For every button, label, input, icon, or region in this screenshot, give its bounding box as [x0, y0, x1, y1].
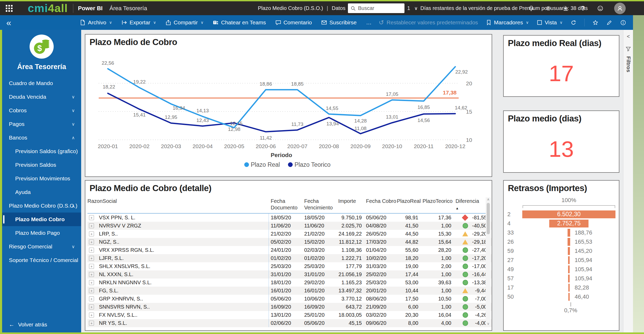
- view-button[interactable]: Vista ∨: [537, 19, 563, 26]
- funnel-filter-icon[interactable]: [626, 46, 631, 52]
- table-row[interactable]: +SHLX XNSLVRS, S.L.25/03/2025/03/20177,7…: [87, 262, 492, 270]
- column-header-2[interactable]: Fecha Documento: [271, 197, 304, 211]
- funnel-row[interactable]: 49105,94: [507, 265, 615, 274]
- app-launcher-icon[interactable]: [6, 5, 13, 12]
- funnel-bar[interactable]: [568, 293, 570, 301]
- table-row[interactable]: +FG, S.L.16/01/2016/01/2013.497,3220/01/…: [87, 287, 492, 295]
- user-avatar[interactable]: [614, 3, 626, 14]
- expand-row-icon[interactable]: +: [89, 304, 94, 309]
- feedback-smiley-icon[interactable]: [597, 5, 604, 12]
- reset-defaults-button[interactable]: ↺ Restablecer valores predeterminados: [379, 19, 478, 26]
- toolbar-item-compartir[interactable]: Compartir∨: [165, 19, 203, 26]
- column-header-8[interactable]: Diferencia▲: [456, 197, 488, 211]
- funnel-row[interactable]: 59145,20: [507, 246, 615, 255]
- table-row[interactable]: +NL XXXN, S.L.31/01/2031/01/2021.056,192…: [87, 270, 492, 279]
- sidebar-item-deuda-vencida[interactable]: Deuda Vencida∨: [2, 90, 81, 104]
- sidebar-item-pagos[interactable]: Pagos∨: [2, 117, 81, 131]
- funnel-row[interactable]: 27105,94: [507, 255, 615, 265]
- funnel-bar[interactable]: [568, 247, 570, 255]
- expand-row-icon[interactable]: +: [89, 272, 94, 277]
- funnel-row[interactable]: 33188,76: [507, 228, 615, 237]
- funnel-bar[interactable]: [568, 229, 570, 237]
- scroll-up-icon[interactable]: ∧: [487, 197, 490, 201]
- scroll-down-icon[interactable]: ∨: [487, 322, 490, 326]
- expand-row-icon[interactable]: +: [89, 231, 94, 236]
- column-header-5[interactable]: Fecha Cobro: [366, 197, 397, 211]
- sidebar-item-cuadro-de-mando[interactable]: Cuadro de Mando: [2, 76, 81, 90]
- notifications-icon[interactable]: [528, 5, 535, 12]
- sidebar-item-prevision-movimientos[interactable]: Prevision Movimientos: [2, 172, 81, 185]
- sidebar-item-cobros[interactable]: Cobros∨: [2, 104, 81, 117]
- expand-row-icon[interactable]: +: [89, 313, 94, 318]
- sidebar-item-prevision-saldos-grafico[interactable]: Prevision Saldos (grafico): [2, 144, 81, 158]
- column-header-1[interactable]: RazonSocial: [87, 197, 271, 211]
- expand-row-icon[interactable]: +: [89, 256, 94, 261]
- funnel-bar[interactable]: [568, 265, 570, 273]
- funnel-row[interactable]: 57105,94: [507, 274, 615, 283]
- funnel-row[interactable]: 26165,53: [507, 237, 615, 246]
- sidebar-item-riesgo-comercial[interactable]: Riesgo Comercial∨: [2, 240, 81, 253]
- bookmarks-button[interactable]: Marcadores ∨: [486, 19, 529, 26]
- sidebar-item-plazo-medio-pago[interactable]: Plazo Medio Pago: [2, 226, 81, 240]
- expand-row-icon[interactable]: +: [89, 240, 94, 244]
- table-row[interactable]: +NGZ, S..05/02/2015/02/2011.812,1217/03/…: [87, 238, 492, 246]
- toolbar-item-archivo[interactable]: Archivo∨: [80, 19, 112, 26]
- expand-row-icon[interactable]: +: [89, 288, 94, 293]
- table-row[interactable]: +FX NVLSV, S.L..13/01/2025/01/2018.003,0…: [87, 311, 492, 319]
- funnel-bar[interactable]: 2.752,75: [549, 220, 589, 227]
- cmi4all-logo[interactable]: cmi4all: [28, 3, 68, 14]
- refresh-icon[interactable]: [570, 20, 576, 26]
- toolbar-item-[interactable]: …: [366, 19, 371, 26]
- column-header-7[interactable]: PlazoTeorico: [423, 197, 456, 211]
- funnel-row[interactable]: 1782,28: [507, 283, 615, 292]
- toolbar-item-comentario[interactable]: Comentario: [275, 19, 312, 26]
- table-row[interactable]: +GRP XHNRVN, S..05/06/2010/06/203.770,12…: [87, 295, 492, 303]
- chevron-down-icon[interactable]: ∨: [414, 5, 418, 11]
- table-row[interactable]: +LRP, S..21/02/2021/02/2024.169,2226/05/…: [87, 230, 492, 238]
- table-row[interactable]: +NRKLN NNGNNV S.L.18/01/2029/02/201.165,…: [87, 279, 492, 287]
- toolbar-item-suscribirse[interactable]: Suscribirse: [321, 19, 357, 26]
- download-icon[interactable]: [562, 5, 569, 12]
- column-header-4[interactable]: Importe: [338, 197, 366, 211]
- toolbar-item-exportar[interactable]: Exportar∨: [121, 19, 156, 26]
- table-row[interactable]: +SNNSVRS NRVN, S..16/09/2016/09/20643,72…: [87, 303, 492, 311]
- table-row[interactable]: +LJFR, S.L.01/02/2001/02/201.222,7110/02…: [87, 254, 492, 262]
- back-button[interactable]: ← Volver atrás: [9, 321, 47, 328]
- funnel-bar[interactable]: [568, 284, 570, 292]
- table-row[interactable]: +VSX PPN, S. L.18/05/2018/05/209.750,190…: [87, 214, 492, 222]
- sidebar-item-plazo-medio-cobro[interactable]: Plazo Medio Cobro: [2, 213, 81, 226]
- expand-row-icon[interactable]: +: [89, 248, 94, 253]
- collapse-sidebar-icon[interactable]: «: [6, 18, 11, 27]
- table-row[interactable]: +NR YS, S.L.02/06/2005/06/2045,1509/06/2…: [87, 319, 492, 327]
- expand-row-icon[interactable]: +: [89, 264, 94, 269]
- powerbi-label[interactable]: Power BI: [78, 5, 103, 12]
- sidebar-item-plazo-medio-cobro-d-s-o[interactable]: Plazo Medio Cobro (D.S.O.)∧: [2, 199, 81, 213]
- funnel-bar[interactable]: [568, 275, 570, 282]
- funnel-row[interactable]: 5046,40: [507, 292, 615, 301]
- funnel-bar[interactable]: [568, 238, 570, 246]
- favorite-star-icon[interactable]: [592, 20, 598, 26]
- funnel-row[interactable]: 26.502,30: [507, 210, 615, 219]
- sidebar-item-bancos[interactable]: Bancos∧: [2, 131, 81, 144]
- expand-row-icon[interactable]: +: [89, 321, 94, 326]
- table-row[interactable]: +VRX XPRSS RGN, S.L.24/01/2002/03/201.10…: [87, 246, 492, 254]
- expand-filters-icon[interactable]: <: [627, 34, 630, 40]
- expand-row-icon[interactable]: +: [89, 296, 94, 301]
- edit-pencil-icon[interactable]: [606, 20, 612, 26]
- column-header-6[interactable]: PlazoReal: [397, 197, 423, 211]
- settings-gear-icon[interactable]: [545, 5, 552, 12]
- info-icon[interactable]: [620, 20, 626, 26]
- sidebar-item-ayuda[interactable]: Ayuda: [2, 185, 81, 199]
- funnel-row[interactable]: 42.752,75: [507, 219, 615, 228]
- search-input[interactable]: Buscar: [348, 3, 404, 13]
- column-header-3[interactable]: Fecha Vencimiento: [304, 197, 338, 211]
- table-scrollbar[interactable]: ∧ ∨: [486, 197, 491, 326]
- expand-row-icon[interactable]: +: [89, 223, 94, 228]
- sidebar-item-prevision-saldos[interactable]: Prevision Saldos: [2, 158, 81, 172]
- scrollbar-thumb[interactable]: [487, 203, 490, 234]
- expand-row-icon[interactable]: +: [89, 280, 94, 285]
- help-icon[interactable]: ?: [580, 5, 586, 12]
- sidebar-item-soporte-t-cnico-comercial[interactable]: Soporte Técnico / Comercial: [2, 253, 81, 267]
- line-chart[interactable]: 10152017,3822,5619,2216,3414,1312,1518,8…: [87, 48, 490, 175]
- funnel-bar[interactable]: 6.502,30: [522, 210, 615, 218]
